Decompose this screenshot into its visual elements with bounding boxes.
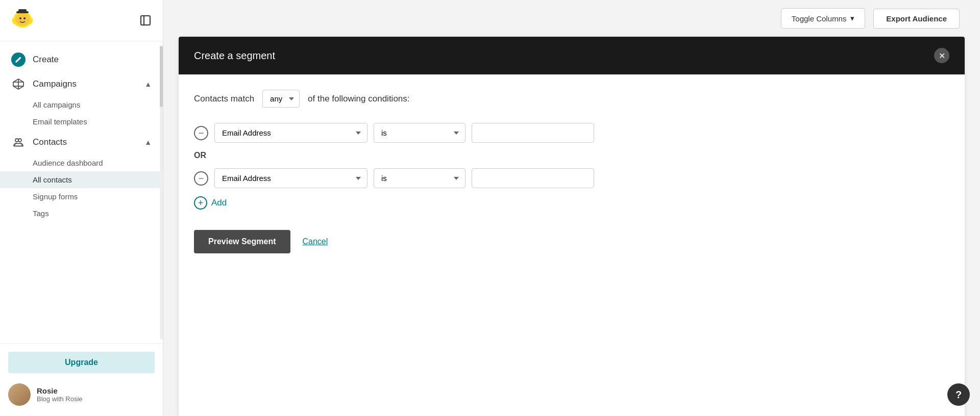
or-label: OR [194,151,949,160]
campaigns-chevron: ▲ [144,80,152,88]
user-blog: Blog with Rosie [37,395,83,403]
svg-point-3 [23,17,26,19]
mailchimp-logo [10,8,35,33]
add-icon: + [194,196,207,210]
help-button[interactable]: ? [947,383,970,406]
sidebar-item-campaigns[interactable]: Campaigns ▲ [0,72,163,96]
toggle-columns-label: Toggle Columns [792,14,847,23]
campaigns-label: Campaigns [33,79,77,89]
condition-2-value-input[interactable] [472,168,594,188]
main-toolbar: Toggle Columns ▾ Export Audience [163,0,980,37]
sidebar-sub-email-templates[interactable]: Email templates [0,113,163,130]
match-select[interactable]: any all [262,90,300,108]
sidebar-item-create[interactable]: Create [0,47,163,72]
sidebar-bottom: Upgrade Rosie Blog with Rosie [0,343,163,416]
condition-row-2: − Email Address First Name Last Name Pho… [194,168,949,188]
contacts-label: Contacts [33,137,67,147]
cancel-button[interactable]: Cancel [303,237,328,246]
scrollbar-track [160,46,163,340]
sidebar-sub-signup-forms[interactable]: Signup forms [0,188,163,205]
toggle-columns-chevron: ▾ [850,14,854,23]
conditions-prefix: Contacts match [194,94,254,104]
upgrade-button[interactable]: Upgrade [8,352,155,373]
sidebar: Create Campaigns ▲ All campaigns Email t… [0,0,163,416]
svg-point-2 [19,17,21,19]
contacts-chevron: ▲ [144,138,152,146]
avatar-image [8,383,31,406]
sidebar-scrollbar[interactable] [160,41,163,334]
remove-condition-2-button[interactable]: − [194,171,208,186]
create-icon [11,53,26,67]
help-icon: ? [955,389,962,401]
svg-point-12 [15,139,18,142]
sidebar-sub-all-contacts[interactable]: All contacts [0,171,163,188]
toggle-columns-button[interactable]: Toggle Columns ▾ [781,8,866,29]
add-condition[interactable]: + Add [194,196,949,210]
sidebar-toggle-icon[interactable] [138,13,153,28]
user-info: Rosie Blog with Rosie [37,386,83,403]
sidebar-sub-tags[interactable]: Tags [0,205,163,222]
user-profile: Rosie Blog with Rosie [8,381,155,408]
conditions-header: Contacts match any all of the following … [194,90,949,108]
condition-2-operator-select[interactable]: is is not contains does not contain star… [374,168,465,188]
campaigns-icon [11,77,26,91]
main-content: Toggle Columns ▾ Export Audience Create … [163,0,980,416]
svg-rect-6 [141,16,150,25]
close-button[interactable]: ✕ [934,48,949,63]
sidebar-header [0,0,163,41]
condition-1-operator-select[interactable]: is is not contains does not contain star… [374,123,465,143]
segment-body: Contacts match any all of the following … [179,74,965,274]
segment-header: Create a segment ✕ [179,37,965,74]
svg-rect-5 [18,9,27,12]
condition-2-field-select[interactable]: Email Address First Name Last Name Phone… [214,168,368,188]
export-audience-button[interactable]: Export Audience [873,9,960,29]
svg-point-13 [18,139,21,142]
add-label: Add [211,198,227,208]
sidebar-nav: Create Campaigns ▲ All campaigns Email t… [0,41,163,343]
condition-1-value-input[interactable] [472,123,594,143]
sidebar-sub-all-campaigns[interactable]: All campaigns [0,96,163,113]
sidebar-item-contacts[interactable]: Contacts ▲ [0,130,163,154]
sidebar-sub-audience-dashboard[interactable]: Audience dashboard [0,154,163,171]
segment-panel: Create a segment ✕ Contacts match any al… [179,37,965,416]
create-label: Create [33,55,59,65]
preview-segment-button[interactable]: Preview Segment [194,230,290,253]
contacts-icon [11,135,26,149]
segment-title: Create a segment [194,50,275,62]
svg-point-1 [15,13,30,25]
condition-1-field-select[interactable]: Email Address First Name Last Name Phone… [214,123,368,143]
segment-footer: Preview Segment Cancel [194,225,949,258]
remove-condition-1-button[interactable]: − [194,126,208,140]
user-name: Rosie [37,386,83,395]
avatar [8,383,31,406]
condition-row-1: − Email Address First Name Last Name Pho… [194,123,949,143]
scrollbar-thumb [160,46,163,107]
conditions-suffix: of the following conditions: [308,94,409,104]
